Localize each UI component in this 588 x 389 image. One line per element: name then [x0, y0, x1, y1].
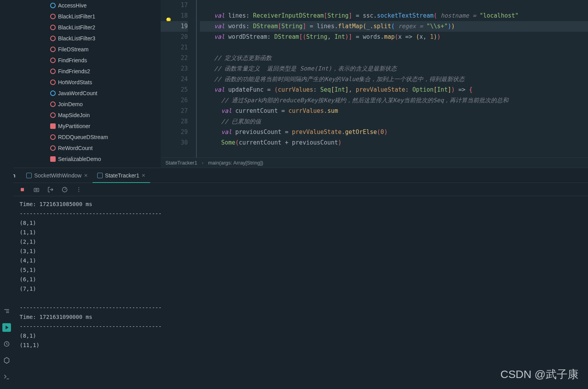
tree-item-JoinDemo[interactable]: JoinDemo	[0, 99, 161, 110]
code-line[interactable]	[200, 42, 588, 53]
tree-item-JavaWordCount[interactable]: JavaWordCount	[0, 88, 161, 99]
code-line[interactable]: // 已累加的值	[200, 116, 588, 127]
tree-item-label: ReWordCount	[58, 145, 93, 151]
services-icon[interactable]	[2, 356, 11, 365]
line-number[interactable]: 19	[161, 21, 188, 32]
svg-point-6	[78, 189, 79, 190]
line-number[interactable]: 24	[161, 74, 188, 85]
terminal-icon[interactable]	[2, 373, 11, 381]
scala-object-icon	[50, 80, 56, 85]
code-line[interactable]: // 函数的功能是将当前时间间隔内产生的Key的Value集合，加到上一个状态中…	[200, 74, 588, 85]
code-line[interactable]: // 函数常量定义 返回类型是 Some(Int)，表示的含义是最新状态	[200, 63, 588, 74]
code-line[interactable]: val words: DStream[String] = lines.flatM…	[200, 21, 588, 32]
code-line[interactable]: // 定义状态更新函数	[200, 53, 588, 63]
line-number[interactable]: 28	[161, 116, 188, 127]
tree-item-FindFriends[interactable]: FindFriends	[0, 55, 161, 66]
tree-item-RDDQueueDStream[interactable]: RDDQueueDStream	[0, 132, 161, 143]
line-number[interactable]: 26	[161, 95, 188, 106]
tree-item-MyPartitioner[interactable]: MyPartitioner	[0, 121, 161, 132]
tree-item-SerializableDemo[interactable]: SerializableDemo	[0, 154, 161, 165]
tree-item-label: BlackListFilter1	[58, 13, 95, 20]
tree-item-BlackListFilter2[interactable]: BlackListFilter2	[0, 22, 161, 33]
stop-icon[interactable]	[19, 186, 26, 193]
tree-item-FindFriends2[interactable]: FindFriends2	[0, 66, 161, 77]
line-number[interactable]: 30	[161, 138, 188, 148]
code-line[interactable]: val previousCount = prevValueState.getOr…	[200, 127, 588, 138]
run-config-icon	[97, 173, 103, 178]
svg-point-7	[78, 191, 79, 192]
scala-object-icon	[50, 25, 56, 30]
more-icon[interactable]	[75, 186, 82, 193]
editor-gutter: 💡 1718192021222324252627282930	[161, 0, 196, 157]
run-tool-icon[interactable]	[2, 323, 11, 332]
tree-item-label: BlackListFilter3	[58, 35, 95, 42]
breadcrumb[interactable]: StateTracker1 › main(args: Array[String]…	[161, 157, 588, 168]
line-number[interactable]: 21	[161, 42, 188, 53]
scala-object-icon	[50, 101, 56, 107]
exit-icon[interactable]	[47, 186, 54, 193]
run-tabs-bar: Run SocketWithWindow✕StateTracker1✕	[0, 168, 588, 183]
line-number[interactable]: 23	[161, 63, 188, 74]
svg-point-5	[78, 187, 79, 188]
tree-item-FileDStream[interactable]: FileDStream	[0, 44, 161, 55]
editor-code[interactable]: val lines: ReceiverInputDStream[String] …	[196, 0, 588, 157]
tree-item-label: MyPartitioner	[58, 123, 90, 129]
code-line[interactable]: // 通过Spark内部的reduceByKey按Key规约，然后这里传入某Ke…	[200, 95, 588, 106]
code-line[interactable]: val updateFunc = (currValues: Seq[Int], …	[200, 85, 588, 95]
line-number[interactable]: 29	[161, 127, 188, 138]
breadcrumb-class[interactable]: StateTracker1	[165, 160, 197, 166]
project-sidebar[interactable]: AccessHiveBlackListFilter1BlackListFilte…	[0, 0, 161, 168]
scala-object-icon	[50, 145, 56, 151]
breadcrumb-method[interactable]: main(args: Array[String])	[208, 160, 263, 166]
scala-file-icon	[50, 123, 56, 129]
tab-label: SocketWithWindow	[34, 172, 82, 179]
code-line[interactable]: val lines: ReceiverInputDStream[String] …	[200, 11, 588, 21]
line-number[interactable]: 25	[161, 85, 188, 95]
svg-point-3	[36, 189, 37, 190]
line-number[interactable]: 18	[161, 11, 188, 21]
line-number[interactable]: 22	[161, 53, 188, 63]
close-icon[interactable]: ✕	[84, 173, 88, 178]
tree-item-AccessHive[interactable]: AccessHive	[0, 0, 161, 11]
line-number[interactable]: 17	[161, 0, 188, 11]
camera-icon[interactable]	[33, 186, 40, 193]
tree-item-MapSideJoin[interactable]: MapSideJoin	[0, 110, 161, 121]
run-config-icon	[26, 173, 32, 178]
run-panel: Run SocketWithWindow✕StateTracker1✕ ↑ ↓	[0, 168, 588, 389]
tree-item-HotWordStats[interactable]: HotWordStats	[0, 77, 161, 88]
tree-item-label: FindFriends2	[58, 68, 90, 74]
scala-object-icon	[50, 69, 56, 74]
console-toolbar	[0, 183, 588, 196]
scala-object-icon	[50, 3, 56, 8]
run-tab-SocketWithWindow[interactable]: SocketWithWindow✕	[22, 168, 93, 183]
tree-item-label: JoinDemo	[58, 101, 83, 107]
tree-item-label: FindFriends	[58, 57, 87, 63]
tree-item-BlackListFilter1[interactable]: BlackListFilter1	[0, 11, 161, 22]
close-icon[interactable]: ✕	[142, 173, 145, 178]
code-line[interactable]: val currentCount = currValues.sum	[200, 106, 588, 116]
svg-rect-2	[34, 188, 39, 192]
tree-item-label: AccessHive	[58, 2, 87, 9]
line-number[interactable]: 20	[161, 32, 188, 42]
scala-object-icon	[50, 58, 56, 63]
tree-item-label: BlackListFilter2	[58, 24, 95, 31]
code-line[interactable]: val wordDStream: DStream[(String, Int)] …	[200, 32, 588, 42]
scala-object-icon	[50, 90, 56, 96]
console-output[interactable]: Time: 1721631085000 ms -----------------…	[15, 196, 588, 389]
tool-icon-structure[interactable]	[2, 307, 11, 315]
left-tool-strip	[0, 0, 13, 389]
gauge-icon[interactable]	[61, 186, 68, 193]
profiler-icon[interactable]	[2, 340, 11, 348]
tree-item-ReWordCount[interactable]: ReWordCount	[0, 143, 161, 154]
run-tab-StateTracker1[interactable]: StateTracker1✕	[93, 168, 150, 183]
code-line[interactable]	[200, 0, 588, 11]
tree-item-BlackListFilter3[interactable]: BlackListFilter3	[0, 33, 161, 44]
scala-object-icon	[50, 36, 56, 41]
tree-item-label: RDDQueueDStream	[58, 134, 108, 140]
scala-object-icon	[50, 112, 56, 118]
svg-rect-1	[21, 188, 24, 191]
line-number[interactable]: 27	[161, 106, 188, 116]
scala-object-icon	[50, 14, 56, 19]
tree-item-label: HotWordStats	[58, 79, 92, 85]
code-line[interactable]: Some(currentCount + previousCount)	[200, 138, 588, 148]
